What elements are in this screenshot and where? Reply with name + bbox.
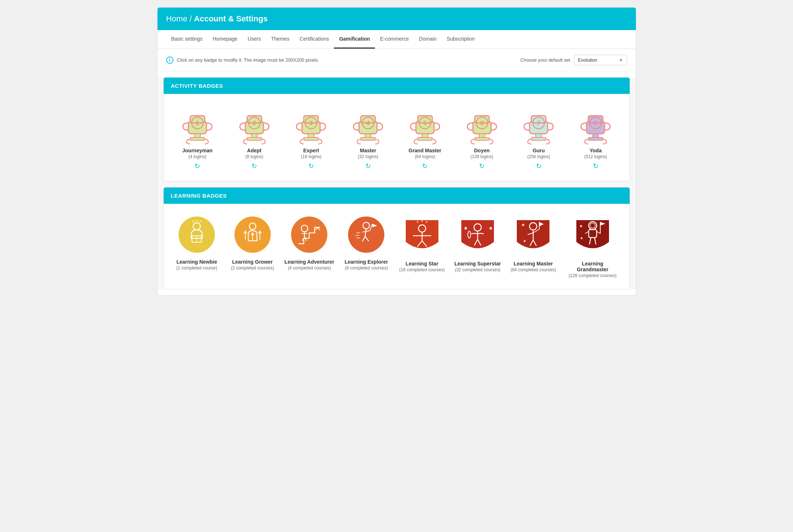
info-icon: i	[166, 57, 173, 64]
badge-doyen[interactable]: 6	[462, 105, 502, 145]
svg-rect-8	[252, 134, 257, 137]
badge-desc: (512 logins)	[584, 154, 607, 159]
badge-reset-button[interactable]: ↻	[252, 162, 257, 170]
badge-desc: (1 completed course)	[176, 265, 217, 271]
breadcrumb-home[interactable]: Home	[166, 14, 188, 23]
svg-rect-26	[422, 134, 428, 137]
svg-rect-3	[190, 137, 205, 140]
list-item: 2 Adept (8 logins) ↻	[231, 105, 278, 170]
svg-rect-38	[536, 134, 541, 137]
tab-domain[interactable]: Domain	[414, 30, 442, 49]
badge-learning-explorer[interactable]	[346, 215, 386, 256]
badge-learning-newbie[interactable]	[177, 215, 217, 256]
default-set-label: Choose your default set	[520, 57, 570, 63]
list-item: 7 Guru (256 logins) ↻	[515, 105, 562, 170]
badge-desc: (4 completed courses)	[288, 265, 331, 271]
badge-expert[interactable]: 3	[291, 105, 331, 145]
badge-learning-adventurer[interactable]	[289, 215, 329, 256]
svg-point-48	[179, 216, 215, 253]
badge-reset-button[interactable]: ↻	[422, 162, 428, 170]
badge-grand-master[interactable]: 5	[405, 105, 445, 145]
badge-desc: (8 logins)	[245, 154, 263, 159]
badge-adept[interactable]: 2	[234, 105, 274, 145]
svg-rect-45	[588, 137, 603, 140]
list-item: Learning Explorer (8 completed courses)	[343, 215, 390, 271]
badge-name: Grand Master	[409, 148, 441, 153]
badge-desc: (2 completed courses)	[231, 265, 274, 271]
badge-name: Journeyman	[182, 148, 212, 153]
learning-badges-body: Learning Newbie (1 completed course)	[164, 204, 630, 289]
badge-yoda[interactable]: 8	[576, 105, 616, 145]
badge-reset-button[interactable]: ↻	[593, 162, 598, 170]
tab-ecommerce[interactable]: E-commerce	[375, 30, 414, 49]
list-item: ★ ★ Learning Master (64 completed course…	[510, 215, 557, 272]
svg-text:★: ★	[580, 236, 583, 240]
content-area: ACTIVITY BADGES	[158, 77, 636, 289]
svg-text:5: 5	[423, 120, 426, 126]
svg-text:★: ★	[463, 225, 468, 231]
svg-text:6: 6	[480, 120, 483, 126]
header: Home / Account & Settings	[158, 8, 636, 30]
list-item: 8 Yoda (512 logins) ↻	[572, 105, 619, 170]
tab-basic-settings[interactable]: Basic settings	[166, 30, 208, 49]
list-item: 3 Expert (16 logins) ↻	[287, 105, 335, 170]
badge-name: Learning Grandmaster	[565, 261, 620, 272]
activity-badges-title: ACTIVITY BADGES	[171, 83, 622, 89]
svg-text:2: 2	[253, 120, 256, 126]
badge-desc: (32 logins)	[358, 154, 378, 159]
list-item: 6 Doyen (128 logins) ↻	[458, 105, 506, 170]
badge-desc: (4 logins)	[188, 154, 206, 159]
badge-desc: (64 completed courses)	[511, 267, 556, 272]
activity-badges-header: ACTIVITY BADGES	[164, 78, 630, 94]
svg-rect-39	[531, 137, 546, 140]
badge-reset-button[interactable]: ↻	[308, 162, 314, 170]
svg-text:4: 4	[367, 120, 370, 126]
tab-subscription[interactable]: Subscription	[442, 30, 480, 49]
default-set-selector: Choose your default set Evolution ▼	[520, 55, 627, 65]
main-container: Home / Account & Settings Basic settings…	[157, 7, 636, 296]
tab-homepage[interactable]: Homepage	[208, 30, 243, 49]
badge-learning-star[interactable]	[402, 215, 442, 258]
svg-rect-14	[308, 134, 314, 137]
badge-learning-grandmaster[interactable]: ★ ★	[573, 215, 613, 258]
svg-rect-33	[475, 137, 489, 140]
badge-guru[interactable]: 7	[519, 105, 559, 145]
list-item: 1 Journeyman (4 logins) ↻	[174, 105, 221, 170]
badge-desc: (16 completed courses)	[399, 267, 445, 272]
badge-learning-superstar[interactable]: ★ ★	[458, 215, 498, 258]
svg-text:★: ★	[523, 239, 526, 243]
tab-certifications[interactable]: Certifications	[295, 30, 334, 49]
badge-reset-button[interactable]: ↻	[195, 162, 200, 170]
badge-journeyman[interactable]: 1	[177, 105, 217, 145]
svg-rect-20	[365, 134, 371, 137]
badge-name: Learning Explorer	[344, 259, 388, 265]
list-item: 4 Master (32 logins) ↻	[344, 105, 392, 170]
svg-text:★: ★	[489, 225, 493, 231]
badge-master[interactable]: 4	[348, 105, 388, 145]
tab-gamification[interactable]: Gamification	[334, 30, 375, 49]
badge-reset-button[interactable]: ↻	[479, 162, 485, 170]
badge-desc: (128 completed courses)	[569, 273, 617, 278]
activity-badge-grid: 1 Journeyman (4 logins) ↻	[171, 105, 622, 170]
badge-reset-button[interactable]: ↻	[365, 162, 371, 170]
svg-text:7: 7	[537, 120, 540, 126]
default-set-dropdown[interactable]: Evolution ▼	[574, 55, 627, 65]
tab-users[interactable]: Users	[242, 30, 266, 49]
svg-rect-2	[195, 134, 200, 137]
nav-tabs: Basic settings Homepage Users Themes Cer…	[158, 30, 636, 49]
dropdown-arrow-icon: ▼	[619, 58, 623, 62]
badge-desc: (256 logins)	[527, 154, 550, 159]
badge-desc: (8 completed courses)	[345, 265, 388, 271]
badge-name: Yoda	[590, 148, 602, 153]
badge-name: Learning Master	[514, 261, 553, 267]
svg-text:★: ★	[521, 222, 525, 227]
badge-learning-grower[interactable]	[233, 215, 273, 256]
tab-themes[interactable]: Themes	[266, 30, 295, 49]
badge-reset-button[interactable]: ↻	[536, 162, 541, 170]
svg-rect-21	[361, 137, 375, 140]
badge-name: Master	[360, 148, 376, 153]
svg-rect-44	[593, 134, 598, 137]
svg-rect-32	[479, 134, 485, 137]
badge-name: Doyen	[474, 148, 490, 153]
badge-learning-master[interactable]: ★ ★	[513, 215, 553, 258]
